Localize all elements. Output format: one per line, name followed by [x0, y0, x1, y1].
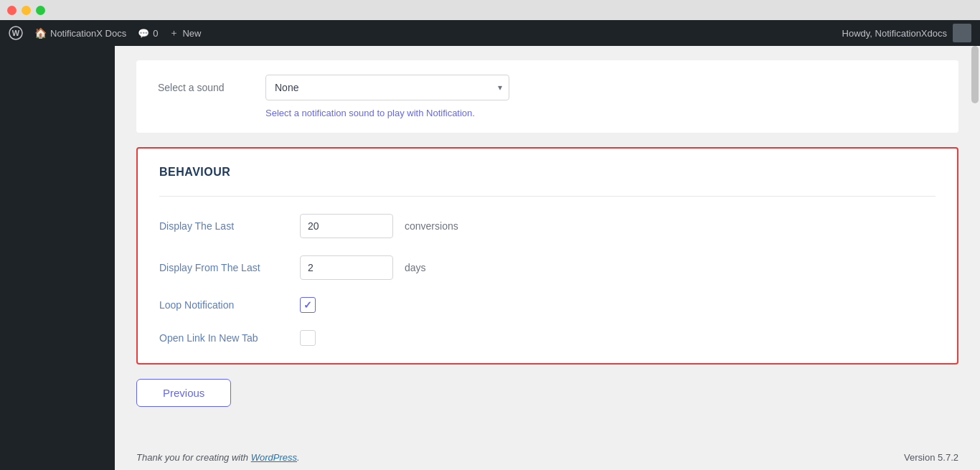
avatar[interactable]	[953, 24, 971, 42]
svg-text:W: W	[12, 29, 20, 37]
close-button[interactable]	[7, 6, 17, 15]
display-from-the-last-row: Display From The Last days	[159, 255, 936, 280]
display-the-last-suffix: conversions	[405, 220, 458, 232]
sound-row: Select a sound None Beep Chime Bell ▾	[158, 75, 937, 100]
admin-bar: W 🏠 NotificationX Docs 💬 0 ＋ New Howdy, …	[0, 20, 980, 46]
scrollbar-track[interactable]	[970, 46, 980, 470]
open-link-label: Open Link In New Tab	[159, 332, 288, 344]
main-content: Select a sound None Beep Chime Bell ▾ Se…	[115, 46, 980, 470]
display-from-the-last-suffix: days	[405, 262, 426, 273]
new-button[interactable]: ＋ New	[169, 27, 201, 39]
sound-select[interactable]: None Beep Chime Bell	[265, 75, 509, 100]
display-the-last-input[interactable]	[300, 214, 393, 238]
display-the-last-label: Display The Last	[159, 220, 288, 232]
admin-bar-right: Howdy, NotificationXdocs	[842, 24, 971, 42]
behaviour-section: BEHAVIOUR Display The Last conversions D…	[136, 147, 958, 365]
comments-button[interactable]: 💬 0	[138, 28, 158, 39]
footer-version: Version 5.7.2	[904, 452, 958, 463]
sidebar	[0, 46, 115, 470]
loop-notification-row: Loop Notification ✓	[159, 297, 936, 313]
wordpress-icon: W	[9, 26, 23, 40]
open-link-row: Open Link In New Tab	[159, 330, 936, 346]
wordpress-link[interactable]: WordPress	[251, 452, 297, 463]
sound-select-wrapper: None Beep Chime Bell ▾	[265, 75, 509, 100]
previous-button[interactable]: Previous	[136, 379, 231, 407]
behaviour-divider	[159, 196, 936, 197]
scrollbar-thumb[interactable]	[971, 46, 979, 103]
site-name[interactable]: 🏠 NotificationX Docs	[34, 27, 126, 39]
display-from-the-last-input[interactable]	[300, 255, 393, 280]
loop-notification-checkbox[interactable]: ✓	[300, 297, 316, 313]
sound-hint: Select a notification sound to play with…	[265, 108, 937, 118]
sound-label: Select a sound	[158, 82, 251, 93]
titlebar	[0, 0, 980, 20]
footer-text: Thank you for creating with WordPress.	[136, 452, 300, 463]
display-the-last-row: Display The Last conversions	[159, 214, 936, 238]
wp-logo[interactable]: W	[9, 26, 23, 40]
open-link-checkbox[interactable]	[300, 330, 316, 346]
minimize-button[interactable]	[22, 6, 31, 15]
display-from-the-last-label: Display From The Last	[159, 262, 288, 273]
checkmark-icon: ✓	[303, 299, 312, 311]
maximize-button[interactable]	[36, 6, 45, 15]
behaviour-title: BEHAVIOUR	[159, 166, 936, 179]
footer: Thank you for creating with WordPress. V…	[115, 444, 980, 470]
sound-section: Select a sound None Beep Chime Bell ▾ Se…	[136, 60, 958, 133]
loop-notification-label: Loop Notification	[159, 299, 288, 311]
